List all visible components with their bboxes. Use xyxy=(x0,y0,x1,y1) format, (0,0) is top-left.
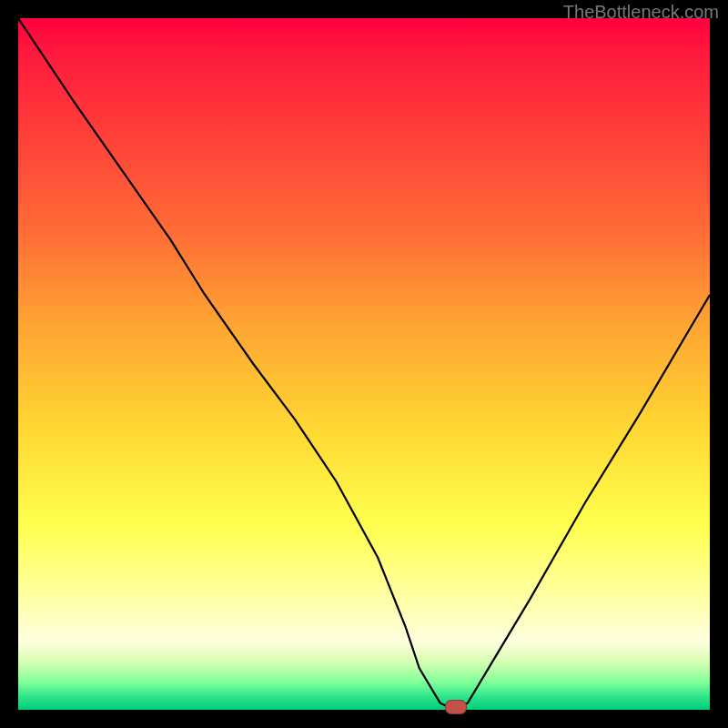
watermark-text: TheBottleneck.com xyxy=(563,2,719,23)
chart-container: TheBottleneck.com xyxy=(0,0,728,728)
plot-background-gradient xyxy=(18,18,710,710)
optimal-marker xyxy=(445,700,467,714)
